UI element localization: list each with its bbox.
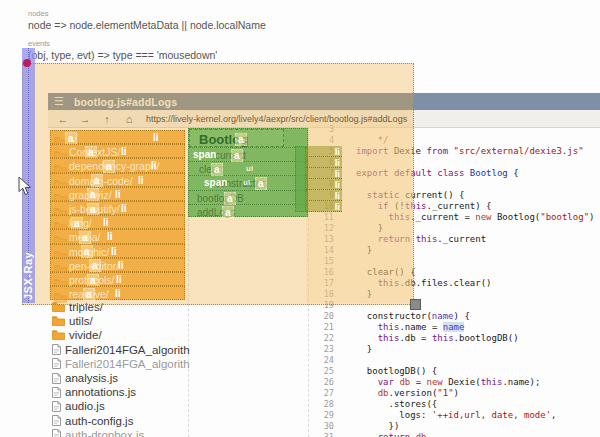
line-number: 23 <box>308 344 334 355</box>
jsxray-gutter-li-box: li <box>306 157 342 168</box>
anchor-tag-badge: a <box>91 174 103 187</box>
tree-item-label: annotations.js <box>65 386 136 398</box>
outline-item[interactable]: currentspana <box>189 147 307 162</box>
line-number: 28 <box>308 399 334 410</box>
tree-item[interactable]: audio.js <box>48 399 190 413</box>
anchor-tag-badge: a <box>83 288 95 301</box>
code-line[interactable]: 22 this.db = this.bootlogDB() <box>308 333 600 344</box>
list-item-tag-badge: li <box>114 274 124 285</box>
anchor-tag-badge: a <box>235 133 247 146</box>
list-item-tag-badge: li <box>113 288 123 299</box>
anchor-tag-badge: a <box>81 245 93 258</box>
jsxray-li-box: ContextJS/ali <box>50 144 185 158</box>
line-number: 21 <box>308 322 334 333</box>
jsxray-tool-label: JSX-Ray <box>22 210 35 300</box>
list-item-tag-badge: li <box>113 189 123 200</box>
tree-item-label: auth-dropbox.js <box>65 429 144 437</box>
list-item-tag-badge: li <box>119 203 129 214</box>
list-item-tag-badge: li <box>335 179 340 190</box>
tree-item[interactable]: Falleri2014FGA_algorithm2.js <box>48 343 190 357</box>
outline-item[interactable]: addLogsa <box>189 204 307 219</box>
jsxray-li-box: ../ali <box>50 130 185 144</box>
list-item-tag-badge: li <box>136 175 146 186</box>
nodes-expression-input[interactable]: node => node.elementMetaData || node.loc… <box>28 19 266 31</box>
anchor-tag-badge: a <box>87 274 99 287</box>
list-item-tag-badge: li <box>119 146 129 157</box>
tree-item[interactable]: annotations.js <box>48 385 190 399</box>
list-item-tag-badge: li <box>109 246 119 257</box>
outline-item[interactable]: bootlogDBa <box>189 190 307 205</box>
file-icon <box>52 387 61 398</box>
anchor-tag-badge: a <box>87 188 99 201</box>
tree-item-label: vivide/ <box>69 329 102 341</box>
code-line[interactable]: 30 }) <box>308 421 600 432</box>
region-resize-handle[interactable] <box>410 299 421 310</box>
code-line[interactable]: 23 } <box>308 344 600 355</box>
code-line[interactable]: 29 logs: '++id,url, date, mode', <box>308 410 600 421</box>
line-number: 27 <box>308 388 334 399</box>
code-line[interactable]: 31 return db <box>308 432 600 437</box>
code-line[interactable]: 28 .stores({ <box>308 399 600 410</box>
line-content: var db = new Dexie(this.name); <box>356 377 540 388</box>
jsxray-gutter-li-box: li <box>306 190 342 201</box>
tree-item[interactable]: auth-config.js <box>48 414 190 428</box>
nodes-label: nodes <box>28 9 48 18</box>
line-content: return db <box>356 432 426 437</box>
file-icon <box>52 429 61 437</box>
a-tag-badge: a <box>211 163 223 176</box>
span-tag-badge: span <box>202 177 229 188</box>
outline-item[interactable]: clearaul <box>189 161 307 176</box>
jsxray-li-box: reactive/ali <box>50 286 185 300</box>
anchor-tag-badge: a <box>79 231 91 244</box>
outline-item-label: bootlogDB <box>197 193 244 204</box>
outline-item[interactable]: constructorspanula <box>189 175 307 190</box>
code-line[interactable]: 21 this.name = name <box>308 322 600 333</box>
tree-item[interactable]: analysis.js <box>48 371 190 385</box>
jsxray-li-box: dependency-graph/ali <box>50 158 185 172</box>
code-line[interactable]: 25 bootlogDB() { <box>308 366 600 377</box>
list-item-tag-badge: li <box>116 260 126 271</box>
tree-item-label: auth-config.js <box>65 415 133 427</box>
line-content: bootlogDB() { <box>356 366 437 377</box>
tree-item[interactable]: utils/ <box>48 314 190 328</box>
file-icon <box>52 358 61 369</box>
line-content: .stores({ <box>356 399 437 410</box>
line-number: 29 <box>308 410 334 421</box>
code-line[interactable]: 20 constructor(name) { <box>308 311 600 322</box>
events-expression-input[interactable]: (obj, type, evt) => type === 'mousedown' <box>28 49 217 61</box>
list-item-tag-badge: li <box>101 217 111 228</box>
folder-icon <box>54 289 67 307</box>
jsxray-ul-strip <box>295 146 306 212</box>
line-number: 20 <box>308 311 334 322</box>
line-number: 31 <box>308 432 334 437</box>
list-item-tag-badge: li <box>105 231 115 242</box>
code-line[interactable]: 26 var db = new Dexie(this.name); <box>308 377 600 388</box>
tree-item[interactable]: Falleri2014FGA_algorithm1.js <box>48 357 190 371</box>
span-tag-badge: span <box>191 149 218 160</box>
jsxray-li-box: media/ali <box>50 229 185 243</box>
line-number: 30 <box>308 421 334 432</box>
tree-item[interactable]: auth-dropbox.js <box>48 428 190 437</box>
folder-icon <box>52 316 65 326</box>
tree-item-label: analysis.js <box>65 372 118 384</box>
file-icon <box>52 344 61 355</box>
tree-item-label: Falleri2014FGA_algorithm2.js <box>65 344 190 356</box>
folder-icon <box>52 330 65 340</box>
file-icon <box>52 415 61 426</box>
jsxray-li-box: lang/ali <box>50 215 185 229</box>
line-content: logs: '++id,url, date, mode', <box>356 410 557 421</box>
screen: nodes node => node.elementMetaData || no… <box>0 0 600 437</box>
tree-item-label: audio.js <box>65 400 105 412</box>
line-number: 22 <box>308 333 334 344</box>
events-label: events <box>28 39 50 48</box>
a-tag-badge: a <box>224 192 236 205</box>
jsxray-drag-dot[interactable] <box>23 59 31 67</box>
jsxray-gutter-li-box: li <box>306 201 342 212</box>
code-line[interactable]: 27 db.version("1") <box>308 388 600 399</box>
line-content: } <box>356 344 372 355</box>
tree-item-label: Falleri2014FGA_algorithm1.js <box>65 358 190 370</box>
tree-item-label: utils/ <box>69 315 93 327</box>
tree-item[interactable]: vivide/ <box>48 328 190 342</box>
code-line[interactable]: 24 <box>308 355 600 366</box>
ul-tag-badge: ul <box>241 177 252 188</box>
